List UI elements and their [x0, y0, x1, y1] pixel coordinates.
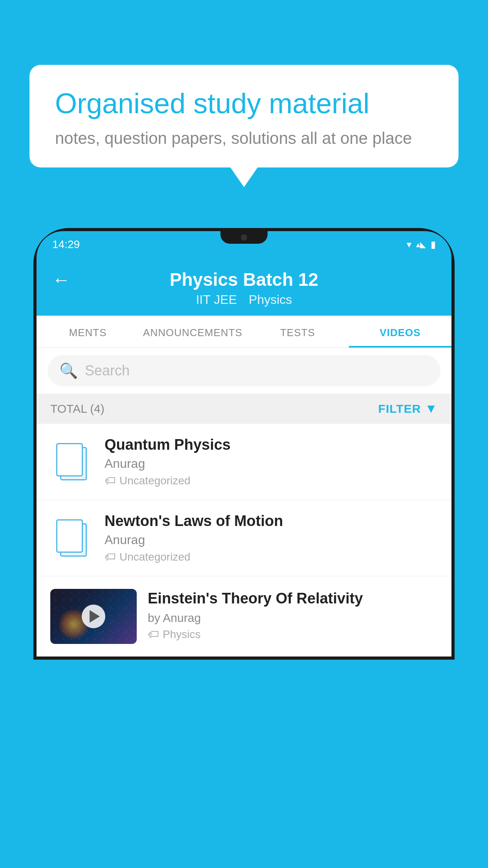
file-page-front [56, 443, 83, 476]
back-button[interactable]: ← [52, 269, 70, 290]
header-row: ← Physics Batch 12 [52, 269, 436, 290]
file-page-front [56, 519, 83, 553]
phone-outer: 14:29 ▾ ▴◣ ▮ ← Physics Batch 12 IIT JEE … [33, 228, 455, 660]
list-item[interactable]: Quantum Physics Anurag 🏷 Uncategorized [37, 424, 451, 500]
item-tag: 🏷 Physics [148, 628, 438, 641]
bubble-title: Organised study material [55, 86, 433, 120]
video-thumbnail [50, 589, 137, 644]
tab-ments[interactable]: MENTS [37, 316, 139, 348]
battery-icon: ▮ [431, 239, 436, 250]
filter-row: TOTAL (4) FILTER ▼ [37, 394, 451, 424]
item-title: Quantum Physics [105, 436, 438, 453]
filter-icon: ▼ [425, 401, 438, 416]
tag-iit-jee: IIT JEE [196, 292, 237, 307]
item-info: Quantum Physics Anurag 🏷 Uncategorized [105, 436, 438, 487]
status-time: 14:29 [52, 238, 80, 251]
thumb-info: Einstein's Theory Of Relativity by Anura… [148, 589, 438, 641]
tab-tests[interactable]: TESTS [246, 316, 349, 348]
tag-icon: 🏷 [148, 628, 159, 641]
camera-dot [241, 234, 247, 241]
tag-icon: 🏷 [105, 474, 116, 487]
item-tag: 🏷 Uncategorized [105, 474, 438, 487]
item-title: Newton's Laws of Motion [105, 513, 438, 530]
play-icon [90, 610, 100, 623]
file-icon-wrap [50, 517, 94, 560]
page-title: Physics Batch 12 [170, 269, 318, 290]
tab-videos[interactable]: VIDEOS [349, 316, 451, 348]
play-button[interactable] [82, 605, 105, 628]
search-placeholder: Search [85, 362, 130, 379]
status-icons: ▾ ▴◣ ▮ [407, 239, 436, 250]
filter-button[interactable]: FILTER ▼ [378, 401, 438, 416]
filter-label: FILTER [378, 402, 421, 416]
item-info: Newton's Laws of Motion Anurag 🏷 Uncateg… [105, 513, 438, 563]
list-item[interactable]: Newton's Laws of Motion Anurag 🏷 Uncateg… [37, 500, 451, 576]
tag-label: Physics [163, 628, 200, 641]
file-icon-wrap [50, 440, 94, 484]
search-container: 🔍 Search [37, 348, 451, 394]
tag-label: Uncategorized [119, 551, 191, 563]
wifi-icon: ▾ [407, 239, 411, 250]
total-count: TOTAL (4) [50, 402, 105, 416]
video-list: Quantum Physics Anurag 🏷 Uncategorized [37, 424, 451, 657]
tag-physics: Physics [249, 292, 292, 307]
header-subtitle: IIT JEE Physics [196, 292, 292, 307]
phone-notch [220, 231, 268, 244]
speech-bubble: Organised study material notes, question… [29, 65, 459, 167]
tab-announcements[interactable]: ANNOUNCEMENTS [139, 316, 246, 348]
phone-frame: 14:29 ▾ ▴◣ ▮ ← Physics Batch 12 IIT JEE … [33, 228, 455, 868]
file-icon [56, 443, 88, 480]
item-title: Einstein's Theory Of Relativity [148, 589, 438, 608]
bubble-subtitle: notes, question papers, solutions all at… [55, 129, 433, 148]
tabs-bar: MENTS ANNOUNCEMENTS TESTS VIDEOS [37, 316, 451, 348]
status-bar: 14:29 ▾ ▴◣ ▮ [37, 231, 451, 258]
tag-icon: 🏷 [105, 550, 116, 563]
search-icon: 🔍 [59, 362, 78, 379]
item-author: by Anurag [148, 611, 438, 625]
search-box[interactable]: 🔍 Search [48, 355, 440, 386]
signal-icon: ▴◣ [416, 240, 426, 249]
list-item[interactable]: Einstein's Theory Of Relativity by Anura… [37, 576, 451, 657]
file-icon [56, 519, 88, 557]
tag-label: Uncategorized [119, 474, 191, 487]
item-tag: 🏷 Uncategorized [105, 550, 438, 563]
item-author: Anurag [105, 456, 438, 471]
app-header: ← Physics Batch 12 IIT JEE Physics [37, 258, 451, 316]
phone-screen: ← Physics Batch 12 IIT JEE Physics MENTS… [37, 258, 451, 657]
item-author: Anurag [105, 533, 438, 547]
